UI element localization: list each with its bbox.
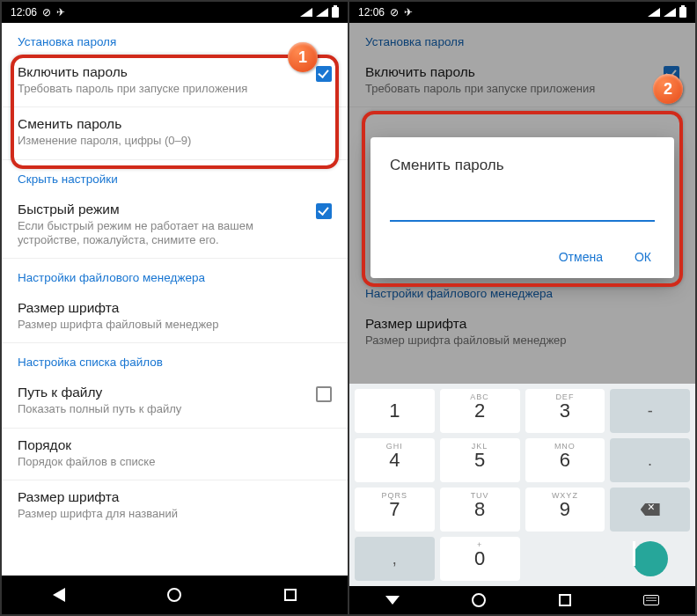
nav-hide-keyboard-icon[interactable] [385, 596, 400, 605]
section-hide-header: Скрыть настройки [2, 160, 348, 193]
checkbox-file-path[interactable] [316, 386, 332, 402]
key-dash[interactable]: - [610, 389, 690, 433]
item-file-path[interactable]: Путь к файлу Показать полный путь к файл… [2, 376, 348, 428]
keyboard-switch-icon[interactable] [643, 595, 659, 605]
signal-icon [664, 8, 676, 17]
key-spacer [525, 537, 605, 581]
status-icon-location: ✈ [404, 6, 413, 18]
item-subtitle: Показать полный путь к файлу [18, 402, 307, 416]
ok-button[interactable]: ОК [631, 245, 655, 269]
key-1[interactable]: 1 [355, 389, 435, 433]
signal-icon [316, 8, 328, 17]
battery-icon [679, 7, 686, 18]
battery-icon [332, 7, 339, 18]
key-2[interactable]: ABC2 [440, 389, 520, 433]
status-time: 12:06 [11, 6, 37, 18]
checkbox-enable-password[interactable] [316, 66, 332, 82]
status-icon-location: ✈ [56, 6, 65, 18]
key-0[interactable]: +0 [440, 537, 520, 581]
status-time: 12:06 [358, 6, 385, 18]
annotation-badge-1: 1 [288, 42, 318, 72]
key-backspace[interactable] [610, 488, 690, 532]
screenshot-right: 12:06 ⊘ ✈ Установка пароля Включить паро… [348, 2, 695, 614]
key-5[interactable]: JKL5 [440, 438, 520, 482]
status-icon-nosim: ⊘ [390, 6, 399, 18]
section-fm-header: Настройки файлового менеджера [2, 259, 348, 291]
settings-list-dimmed: Установка пароля Включить пароль Требова… [349, 23, 695, 384]
item-subtitle: Размер шрифта для названий [18, 507, 332, 521]
key-dot[interactable]: . [610, 438, 690, 482]
item-subtitle: Требовать пароль при запуске приложения [18, 82, 307, 96]
nav-recent-icon[interactable] [559, 594, 571, 606]
cancel-button[interactable]: Отмена [555, 245, 606, 269]
done-icon [633, 541, 668, 576]
item-title: Сменить пароль [18, 116, 332, 132]
status-icon-nosim: ⊘ [42, 6, 51, 18]
item-subtitle: Если быстрый режим не работает на вашем … [18, 219, 307, 248]
item-fast-mode[interactable]: Быстрый режим Если быстрый режим не рабо… [2, 193, 348, 260]
nav-home-icon[interactable] [472, 593, 486, 607]
nav-bar-keyboard [349, 586, 695, 614]
key-6[interactable]: MNO6 [525, 438, 605, 482]
item-order[interactable]: Порядок Порядок файлов в списке [2, 429, 348, 480]
item-title: Быстрый режим [18, 202, 307, 217]
key-done[interactable] [610, 537, 690, 581]
password-input[interactable] [390, 201, 655, 222]
annotation-badge-2: 2 [653, 74, 683, 104]
wifi-icon [648, 8, 660, 17]
status-bar: 12:06 ⊘ ✈ [2, 2, 348, 23]
nav-bar [2, 576, 348, 614]
nav-home-icon[interactable] [167, 588, 181, 602]
backspace-icon [641, 503, 660, 516]
nav-recent-icon[interactable] [284, 589, 297, 601]
change-password-dialog: Сменить пароль Отмена ОК [371, 137, 674, 278]
item-title: Порядок [18, 437, 332, 453]
key-8[interactable]: TUV8 [440, 488, 520, 532]
screenshot-left: 12:06 ⊘ ✈ Установка пароля Включить паро… [2, 2, 348, 614]
status-bar: 12:06 ⊘ ✈ [349, 2, 695, 23]
numeric-keypad: 1 ABC2 DEF3 - GHI4 JKL5 MNO6 . PQRS7 TUV… [349, 384, 695, 586]
item-title: Включить пароль [18, 64, 307, 80]
item-subtitle: Изменение пароля, цифры (0–9) [18, 134, 332, 148]
item-font2[interactable]: Размер шрифта Размер шрифта для названий [2, 480, 348, 532]
wifi-icon [300, 8, 312, 17]
settings-list[interactable]: Установка пароля Включить пароль Требова… [2, 23, 348, 576]
key-4[interactable]: GHI4 [355, 438, 435, 482]
nav-back-icon[interactable] [53, 588, 65, 602]
item-title: Размер шрифта [18, 300, 332, 316]
item-change-password[interactable]: Сменить пароль Изменение пароля, цифры (… [2, 107, 348, 159]
key-3[interactable]: DEF3 [525, 389, 605, 433]
key-9[interactable]: WXYZ9 [525, 488, 605, 532]
item-title: Размер шрифта [18, 489, 332, 505]
section-list-header: Настройка списка файлов [2, 343, 348, 376]
dialog-title: Сменить пароль [390, 157, 655, 174]
item-fm-font[interactable]: Размер шрифта Размер шрифта файловый мен… [2, 291, 348, 343]
item-subtitle: Порядок файлов в списке [18, 455, 332, 469]
key-comma[interactable]: , [355, 537, 435, 581]
item-subtitle: Размер шрифта файловый менеджер [18, 318, 332, 332]
item-title: Путь к файлу [18, 385, 307, 400]
checkbox-fast-mode[interactable] [316, 203, 332, 219]
key-7[interactable]: PQRS7 [355, 488, 435, 532]
